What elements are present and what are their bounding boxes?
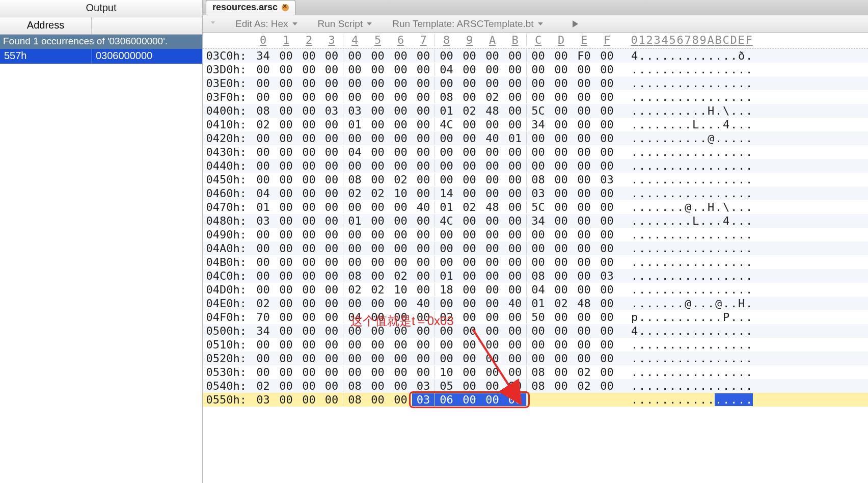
ascii-char[interactable]: . <box>631 173 638 186</box>
ascii-char[interactable]: . <box>715 91 722 103</box>
ascii-char[interactable]: . <box>661 242 669 255</box>
ascii-char[interactable]: . <box>692 91 699 103</box>
hex-byte[interactable]: 40 <box>504 297 527 310</box>
ascii-char[interactable]: . <box>707 256 715 269</box>
hex-byte[interactable]: 00 <box>412 270 435 282</box>
ascii-char[interactable]: . <box>715 104 722 117</box>
ascii-char[interactable]: . <box>745 118 753 131</box>
ascii-char[interactable]: . <box>745 228 753 241</box>
ascii-char[interactable]: . <box>631 297 638 310</box>
hex-byte[interactable]: 00 <box>343 132 366 145</box>
hex-byte[interactable]: 08 <box>435 91 458 103</box>
ascii-char[interactable]: . <box>638 325 646 337</box>
hex-byte[interactable]: 00 <box>481 214 504 227</box>
hex-row[interactable]: 0490h:00000000000000000000000000000000..… <box>203 228 868 242</box>
hex-byte[interactable]: 02 <box>550 297 573 310</box>
ascii-char[interactable]: . <box>745 159 753 172</box>
ascii-char[interactable]: . <box>699 270 707 282</box>
hex-row[interactable]: 04D0h:00000000020210001800000004000000..… <box>203 283 868 297</box>
ascii-char[interactable]: . <box>692 256 699 269</box>
hex-byte[interactable]: 00 <box>481 297 504 310</box>
hex-byte[interactable]: 00 <box>527 91 550 103</box>
hex-byte[interactable]: 00 <box>297 146 320 158</box>
hex-byte[interactable]: 00 <box>550 214 573 227</box>
ascii-char[interactable]: . <box>638 49 646 62</box>
hex-byte[interactable]: 00 <box>366 338 389 351</box>
hex-byte[interactable]: 00 <box>343 49 366 62</box>
hex-byte[interactable]: 00 <box>550 91 573 103</box>
ascii-char[interactable]: . <box>692 393 699 406</box>
ascii-char[interactable]: . <box>646 146 654 158</box>
hex-byte[interactable]: 00 <box>389 63 412 76</box>
ascii-char[interactable]: . <box>745 270 753 282</box>
hex-byte[interactable]: 00 <box>412 77 435 90</box>
hex-byte[interactable]: 00 <box>343 228 366 241</box>
hex-byte[interactable]: 08 <box>527 380 550 392</box>
hex-byte[interactable] <box>527 393 550 406</box>
ascii-char[interactable]: . <box>638 270 646 282</box>
ascii-char[interactable]: . <box>699 325 707 337</box>
hex-row[interactable]: 0500h:340000000000000000000000000000004.… <box>203 324 868 338</box>
hex-byte[interactable]: 08 <box>527 366 550 379</box>
hex-byte[interactable]: 00 <box>275 118 297 131</box>
ascii-char[interactable]: . <box>654 242 661 255</box>
hex-byte[interactable]: 00 <box>297 352 320 365</box>
ascii-char[interactable]: . <box>699 159 707 172</box>
ascii-char[interactable]: P <box>722 311 730 324</box>
ascii-char[interactable]: . <box>676 380 684 392</box>
ascii-char[interactable]: . <box>684 283 692 296</box>
ascii-char[interactable]: . <box>730 311 738 324</box>
hex-byte[interactable]: 00 <box>573 325 595 337</box>
ascii-char[interactable]: . <box>684 352 692 365</box>
hex-byte[interactable]: 14 <box>435 187 458 200</box>
hex-row[interactable]: 0450h:00000000080002000000000008000003..… <box>203 173 868 186</box>
hex-byte[interactable]: 00 <box>275 201 297 213</box>
hex-row[interactable]: 04E0h:02000000000000400000004001024800..… <box>203 297 868 310</box>
hex-byte[interactable]: 00 <box>297 214 320 227</box>
hex-byte[interactable]: 00 <box>275 187 297 200</box>
hex-byte[interactable]: 00 <box>412 132 435 145</box>
hex-byte[interactable]: 00 <box>389 91 412 103</box>
hex-byte[interactable]: 00 <box>550 104 573 117</box>
hex-byte[interactable]: 00 <box>320 214 343 227</box>
hex-byte[interactable]: 00 <box>481 63 504 76</box>
hex-byte[interactable]: 00 <box>481 338 504 351</box>
ascii-char[interactable]: . <box>745 311 753 324</box>
ascii-char[interactable]: . <box>661 214 669 227</box>
hex-byte[interactable]: 00 <box>550 325 573 337</box>
ascii-char[interactable]: . <box>722 49 730 62</box>
hex-row[interactable]: 0510h:00000000000000000000000000000000..… <box>203 338 868 352</box>
hex-byte[interactable]: 00 <box>573 104 595 117</box>
ascii-char[interactable]: ð <box>738 49 745 62</box>
ascii-char[interactable]: . <box>661 91 669 103</box>
ascii-char[interactable]: . <box>715 352 722 365</box>
ascii-char[interactable]: . <box>646 256 654 269</box>
ascii-char[interactable]: . <box>699 63 707 76</box>
ascii-char[interactable]: . <box>745 366 753 379</box>
ascii-char[interactable]: . <box>646 214 654 227</box>
hex-byte[interactable]: 00 <box>481 118 504 131</box>
hex-byte[interactable]: 00 <box>320 187 343 200</box>
search-result-row[interactable]: 557h 0306000000 <box>0 49 202 64</box>
ascii-char[interactable]: \ <box>722 104 730 117</box>
ascii-char[interactable]: . <box>669 159 676 172</box>
hex-byte[interactable]: 00 <box>252 256 275 269</box>
hex-byte[interactable]: 00 <box>550 201 573 213</box>
hex-row[interactable]: 0430h:00000000040000000000000000000000..… <box>203 145 868 159</box>
hex-byte[interactable]: 00 <box>297 104 320 117</box>
ascii-char[interactable]: . <box>745 256 753 269</box>
hex-byte[interactable]: 00 <box>550 283 573 296</box>
ascii-char[interactable]: . <box>631 104 638 117</box>
hex-byte[interactable]: 00 <box>412 118 435 131</box>
ascii-char[interactable]: . <box>707 283 715 296</box>
hex-byte[interactable]: 18 <box>435 283 458 296</box>
hex-byte[interactable]: 03 <box>343 104 366 117</box>
ascii-char[interactable]: . <box>684 393 692 406</box>
hex-byte[interactable]: 00 <box>481 173 504 186</box>
ascii-char[interactable]: . <box>738 201 745 213</box>
hex-byte[interactable]: 00 <box>550 380 573 392</box>
hex-byte[interactable]: 48 <box>573 297 595 310</box>
hex-byte[interactable]: 00 <box>343 338 366 351</box>
ascii-char[interactable]: . <box>661 256 669 269</box>
ascii-char[interactable]: . <box>699 380 707 392</box>
